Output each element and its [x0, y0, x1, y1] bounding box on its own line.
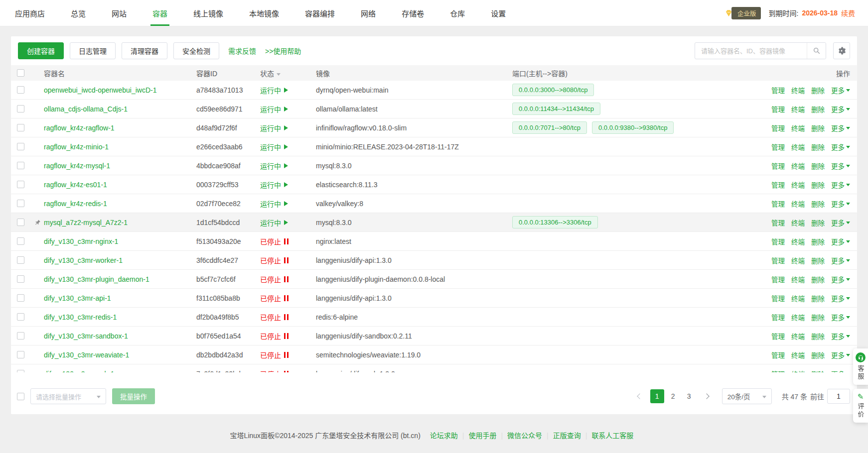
nav-item[interactable]: 仓库: [448, 0, 467, 26]
action-terminal-link[interactable]: 终端: [791, 104, 805, 114]
per-page-select[interactable]: 20条/页: [722, 388, 772, 404]
action-terminal-link[interactable]: 终端: [791, 218, 805, 227]
action-manage-link[interactable]: 管理: [771, 85, 785, 95]
action-more-link[interactable]: 更多: [831, 331, 850, 341]
batch-operation-select[interactable]: 请选择批量操作: [30, 388, 106, 404]
action-more-link[interactable]: 更多: [831, 180, 850, 190]
action-delete-link[interactable]: 删除: [811, 123, 825, 133]
settings-button[interactable]: [833, 42, 850, 59]
nav-item[interactable]: 网络: [359, 0, 378, 26]
row-checkbox[interactable]: [17, 313, 24, 321]
container-name-link[interactable]: ragflow_kr4z-ragflow-1: [44, 124, 115, 132]
action-terminal-link[interactable]: 终端: [791, 85, 805, 95]
row-checkbox[interactable]: [17, 294, 24, 302]
search-input[interactable]: [695, 47, 807, 55]
action-delete-link[interactable]: 删除: [811, 142, 825, 152]
action-terminal-link[interactable]: 终端: [791, 255, 805, 265]
action-more-link[interactable]: 更多: [831, 236, 850, 246]
action-delete-link[interactable]: 删除: [811, 104, 825, 114]
container-name-link[interactable]: dify_v130_c3mr-nginx-1: [44, 237, 118, 245]
page-number-button[interactable]: 1: [650, 389, 664, 403]
footer-link[interactable]: 使用手册: [468, 432, 496, 440]
action-terminal-link[interactable]: 终端: [791, 293, 805, 303]
page-number-button[interactable]: 3: [682, 389, 696, 403]
row-checkbox[interactable]: [17, 370, 24, 372]
action-terminal-link[interactable]: 终端: [791, 199, 805, 209]
nav-item[interactable]: 线上镜像: [191, 0, 225, 26]
action-more-link[interactable]: 更多: [831, 255, 850, 265]
row-checkbox[interactable]: [17, 275, 24, 283]
action-delete-link[interactable]: 删除: [811, 350, 825, 360]
action-delete-link[interactable]: 删除: [811, 312, 825, 322]
nav-item[interactable]: 容器: [150, 0, 169, 26]
action-terminal-link[interactable]: 终端: [791, 331, 805, 341]
clean-container-button[interactable]: 清理容器: [122, 42, 167, 59]
batch-select-all-checkbox[interactable]: [17, 393, 24, 400]
container-name-link[interactable]: ragflow_kr4z-mysql-1: [44, 162, 110, 170]
container-name-link[interactable]: openwebui_iwcd-openwebui_iwcD-1: [44, 86, 156, 94]
container-name-link[interactable]: ollama_cdjs-ollama_Cdjs-1: [44, 105, 128, 113]
rate-widget[interactable]: ✎ 评价: [853, 389, 868, 423]
action-more-link[interactable]: 更多: [831, 85, 850, 95]
action-delete-link[interactable]: 删除: [811, 369, 825, 373]
action-manage-link[interactable]: 管理: [771, 123, 785, 133]
action-terminal-link[interactable]: 终端: [791, 312, 805, 322]
container-name-link[interactable]: ragflow_kr4z-redis-1: [44, 200, 107, 208]
action-manage-link[interactable]: 管理: [771, 104, 785, 114]
action-manage-link[interactable]: 管理: [771, 180, 785, 190]
action-delete-link[interactable]: 删除: [811, 331, 825, 341]
action-terminal-link[interactable]: 终端: [791, 236, 805, 246]
container-name-link[interactable]: ragflow_kr4z-es01-1: [44, 181, 107, 189]
security-check-button[interactable]: 安全检测: [173, 42, 219, 59]
row-checkbox[interactable]: [17, 332, 24, 340]
action-terminal-link[interactable]: 终端: [791, 123, 805, 133]
action-more-link[interactable]: 更多: [831, 142, 850, 152]
action-manage-link[interactable]: 管理: [771, 236, 785, 246]
nav-item[interactable]: 总览: [69, 0, 88, 26]
container-name-link[interactable]: dify_v130_c3mr-worker-1: [44, 256, 123, 264]
row-checkbox[interactable]: [17, 351, 24, 358]
container-name-link[interactable]: dify_v130_c3mr-sandbox-1: [44, 332, 128, 340]
container-name-link[interactable]: dify_v130_c3mr-api-1: [44, 294, 111, 302]
footer-link[interactable]: 联系人工客服: [591, 432, 633, 440]
action-more-link[interactable]: 更多: [831, 350, 850, 360]
action-more-link[interactable]: 更多: [831, 123, 850, 133]
action-delete-link[interactable]: 删除: [811, 161, 825, 171]
action-manage-link[interactable]: 管理: [771, 199, 785, 209]
header-status[interactable]: 状态: [255, 68, 311, 78]
action-manage-link[interactable]: 管理: [771, 161, 785, 171]
create-container-button[interactable]: 创建容器: [18, 42, 64, 59]
row-checkbox[interactable]: [17, 200, 24, 207]
nav-item[interactable]: 设置: [489, 0, 508, 26]
action-manage-link[interactable]: 管理: [771, 369, 785, 373]
action-manage-link[interactable]: 管理: [771, 255, 785, 265]
action-delete-link[interactable]: 删除: [811, 85, 825, 95]
action-manage-link[interactable]: 管理: [771, 293, 785, 303]
customer-service-widget[interactable]: 客服: [853, 348, 868, 385]
container-name-link[interactable]: mysql_a7z2-mysql_A7z2-1: [44, 219, 128, 226]
action-terminal-link[interactable]: 终端: [791, 274, 805, 284]
row-checkbox[interactable]: [17, 256, 24, 264]
nav-item[interactable]: 本地镜像: [247, 0, 281, 26]
action-more-link[interactable]: 更多: [831, 104, 850, 114]
prev-page-button[interactable]: [633, 389, 646, 403]
row-checkbox[interactable]: [17, 143, 24, 150]
row-checkbox[interactable]: [17, 237, 24, 245]
container-name-link[interactable]: dify_v130_c3mr-redis-1: [44, 313, 117, 321]
next-page-button[interactable]: [700, 389, 713, 403]
row-checkbox[interactable]: [17, 219, 24, 226]
action-more-link[interactable]: 更多: [831, 369, 850, 373]
action-terminal-link[interactable]: 终端: [791, 369, 805, 373]
footer-link[interactable]: 论坛求助: [430, 432, 458, 440]
action-delete-link[interactable]: 删除: [811, 274, 825, 284]
action-terminal-link[interactable]: 终端: [791, 142, 805, 152]
nav-item[interactable]: 存储卷: [400, 0, 426, 26]
action-more-link[interactable]: 更多: [831, 199, 850, 209]
action-delete-link[interactable]: 删除: [811, 180, 825, 190]
footer-link[interactable]: 微信公众号: [507, 432, 542, 440]
action-manage-link[interactable]: 管理: [771, 218, 785, 227]
nav-item[interactable]: 容器编排: [303, 0, 337, 26]
page-number-button[interactable]: 2: [666, 389, 680, 403]
goto-page-input[interactable]: [827, 389, 850, 404]
row-checkbox[interactable]: [17, 105, 24, 113]
